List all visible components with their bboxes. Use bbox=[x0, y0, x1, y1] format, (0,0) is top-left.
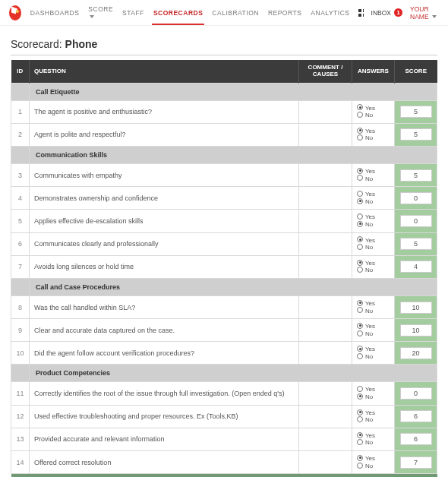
question-id: 13 bbox=[11, 428, 30, 450]
question-text: Correctly identifies the root of the iss… bbox=[30, 382, 299, 405]
score-value[interactable]: 10 bbox=[400, 324, 432, 336]
nav-item-calibration[interactable]: CALIBRATION bbox=[212, 2, 259, 24]
comment-cell[interactable] bbox=[299, 295, 352, 318]
question-text: Applies effective de-escalation skills bbox=[30, 210, 299, 232]
question-id: 4 bbox=[11, 187, 30, 210]
question-id: 8 bbox=[11, 295, 30, 318]
radio-label-yes: Yes bbox=[365, 128, 375, 134]
radio-yes[interactable] bbox=[357, 236, 363, 242]
radio-yes[interactable] bbox=[357, 260, 363, 266]
comment-cell[interactable] bbox=[299, 187, 352, 210]
nav-item-scorecards[interactable]: SCORECARDS bbox=[153, 2, 203, 24]
score-value[interactable]: 5 bbox=[400, 128, 432, 141]
apps-grid-icon[interactable] bbox=[358, 9, 363, 17]
radio-yes[interactable] bbox=[357, 168, 363, 174]
question-id: 11 bbox=[11, 382, 30, 405]
header-id: ID bbox=[11, 60, 30, 83]
score-value[interactable]: 10 bbox=[400, 302, 432, 314]
score-value[interactable]: 5 bbox=[400, 238, 432, 250]
question-row: 7Avoids long silences or hold timeYesNo4 bbox=[11, 255, 437, 278]
nav-item-label: SCORECARDS bbox=[153, 9, 203, 17]
section-label: Product Competencies bbox=[30, 365, 437, 382]
nav-item-score[interactable]: SCORE bbox=[88, 0, 113, 28]
answers-cell: YesNo bbox=[352, 382, 395, 405]
radio-no[interactable] bbox=[357, 244, 363, 250]
radio-no[interactable] bbox=[357, 175, 363, 181]
question-row: 1The agent is positive and enthusiastic?… bbox=[11, 100, 437, 123]
score-value[interactable]: 4 bbox=[400, 261, 432, 273]
question-id: 5 bbox=[11, 210, 30, 232]
radio-label-no: No bbox=[365, 267, 373, 273]
top-nav: DASHBOARDSSCORE STAFFSCORECARDSCALIBRATI… bbox=[0, 0, 448, 26]
comment-cell[interactable] bbox=[299, 123, 352, 146]
user-menu[interactable]: YOUR NAME bbox=[410, 5, 439, 21]
chevron-down-icon bbox=[432, 15, 437, 18]
radio-no[interactable] bbox=[357, 307, 363, 313]
radio-label-no: No bbox=[365, 308, 373, 314]
nav-item-staff[interactable]: STAFF bbox=[122, 2, 144, 24]
nav-item-analytics[interactable]: ANALYTICS bbox=[311, 2, 349, 24]
radio-no[interactable] bbox=[357, 439, 363, 445]
radio-no[interactable] bbox=[357, 330, 363, 336]
radio-label-no: No bbox=[365, 112, 373, 118]
nav-item-reports[interactable]: REPORTS bbox=[268, 2, 301, 24]
radio-no[interactable] bbox=[357, 221, 363, 227]
radio-label-yes: Yes bbox=[365, 386, 375, 393]
page-title: Scorecard: Phone bbox=[11, 38, 437, 55]
radio-yes[interactable] bbox=[357, 386, 363, 392]
comment-cell[interactable] bbox=[299, 428, 352, 450]
question-text: Communicates with empathy bbox=[30, 163, 299, 186]
score-value[interactable]: 20 bbox=[400, 347, 432, 359]
nav-item-label: ANALYTICS bbox=[311, 9, 349, 17]
comment-cell[interactable] bbox=[299, 342, 352, 365]
inbox-count-badge: 1 bbox=[394, 8, 402, 17]
answers-cell: YesNo bbox=[352, 428, 395, 450]
radio-yes[interactable] bbox=[357, 323, 363, 329]
comment-cell[interactable] bbox=[299, 255, 352, 278]
radio-no[interactable] bbox=[357, 112, 363, 118]
score-value[interactable]: 0 bbox=[400, 215, 432, 227]
radio-no[interactable] bbox=[357, 267, 363, 273]
radio-label-no: No bbox=[365, 330, 373, 337]
comment-cell[interactable] bbox=[299, 382, 352, 405]
comment-cell[interactable] bbox=[299, 163, 352, 186]
radio-no[interactable] bbox=[357, 463, 363, 469]
inbox-link[interactable]: INBOX 1 bbox=[371, 8, 402, 17]
radio-no[interactable] bbox=[357, 198, 363, 204]
radio-no[interactable] bbox=[357, 416, 363, 422]
radio-label-no: No bbox=[365, 416, 373, 423]
score-value[interactable]: 0 bbox=[400, 192, 432, 204]
footer-numeric-cell: Numeric 83 bbox=[299, 474, 395, 477]
score-value[interactable]: 5 bbox=[400, 169, 432, 182]
radio-yes[interactable] bbox=[357, 104, 363, 110]
nav-item-label: REPORTS bbox=[268, 9, 301, 17]
score-value[interactable]: 5 bbox=[400, 106, 432, 118]
question-id: 3 bbox=[11, 163, 30, 186]
comment-cell[interactable] bbox=[299, 451, 352, 474]
score-value[interactable]: 7 bbox=[400, 456, 432, 469]
nav-item-dashboards[interactable]: DASHBOARDS bbox=[30, 2, 80, 24]
radio-no[interactable] bbox=[357, 134, 363, 141]
answers-cell: YesNo bbox=[352, 210, 395, 232]
comment-cell[interactable] bbox=[299, 319, 352, 342]
radio-yes[interactable] bbox=[357, 213, 363, 220]
comment-cell[interactable] bbox=[299, 210, 352, 232]
score-value[interactable]: 0 bbox=[400, 387, 432, 400]
comment-cell[interactable] bbox=[299, 100, 352, 123]
radio-yes[interactable] bbox=[357, 191, 363, 197]
comment-cell[interactable] bbox=[299, 232, 352, 255]
score-value[interactable]: 6 bbox=[400, 410, 432, 422]
radio-label-yes: Yes bbox=[365, 300, 375, 307]
radio-yes[interactable] bbox=[357, 300, 363, 306]
radio-no[interactable] bbox=[357, 353, 363, 359]
radio-yes[interactable] bbox=[357, 432, 363, 438]
radio-yes[interactable] bbox=[357, 128, 363, 134]
radio-label-no: No bbox=[365, 221, 373, 228]
radio-yes[interactable] bbox=[357, 346, 363, 352]
score-value[interactable]: 6 bbox=[400, 433, 432, 445]
radio-yes[interactable] bbox=[357, 455, 363, 461]
radio-yes[interactable] bbox=[357, 409, 363, 415]
radio-no[interactable] bbox=[357, 393, 363, 400]
section-id-spacer bbox=[11, 278, 30, 295]
comment-cell[interactable] bbox=[299, 405, 352, 428]
